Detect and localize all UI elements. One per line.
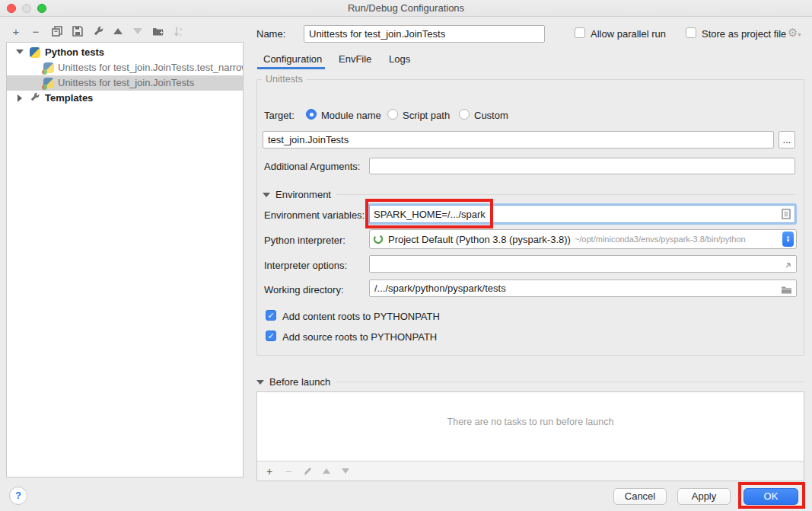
configurations-tree: Python tests Unittests for test_join.Joi… bbox=[6, 42, 244, 477]
unittests-group-title: Unittests bbox=[262, 74, 307, 85]
add-source-roots-label: Add source roots to PYTHONPATH bbox=[282, 331, 437, 343]
copy-configuration-icon[interactable] bbox=[50, 24, 64, 38]
radio-module-name-label: Module name bbox=[321, 110, 381, 121]
before-launch-toolbar: + − bbox=[257, 461, 804, 481]
tree-item-label: Unittests for test_join.JoinTests bbox=[58, 77, 194, 88]
name-input[interactable]: Unittests for test_join.JoinTests bbox=[304, 25, 545, 43]
interpreter-options-input[interactable] bbox=[369, 255, 797, 273]
python-interpreter-path: ~/opt/miniconda3/envs/pyspark-3.8/bin/py… bbox=[575, 235, 746, 244]
apply-label: Apply bbox=[692, 490, 717, 502]
tab-configuration[interactable]: Configuration bbox=[263, 53, 322, 65]
additional-arguments-label: Additional Arguments: bbox=[264, 161, 360, 172]
allow-parallel-run-checkbox[interactable] bbox=[575, 27, 585, 38]
minimize-window-button bbox=[22, 4, 31, 13]
edit-pencil-icon bbox=[301, 465, 314, 477]
new-folder-icon[interactable] bbox=[151, 24, 164, 38]
tree-item-test-narrow[interactable]: Unittests for test_join.JoinTests.test_n… bbox=[7, 60, 243, 75]
environment-variables-input[interactable]: SPARK_HOME=/.../spark bbox=[368, 203, 797, 225]
cancel-button[interactable]: Cancel bbox=[613, 488, 667, 505]
tree-item-label: Templates bbox=[45, 92, 93, 104]
section-divider bbox=[336, 382, 804, 382]
help-button[interactable]: ? bbox=[9, 487, 27, 505]
run-debug-configurations-dialog: Run/Debug Configurations + − az Python t… bbox=[0, 0, 812, 511]
tree-item-jointests-selected[interactable]: Unittests for test_join.JoinTests bbox=[7, 75, 243, 91]
sort-alpha-icon: az bbox=[172, 24, 186, 38]
working-directory-value: /.../spark/python/pyspark/tests bbox=[374, 283, 506, 294]
environment-section-header[interactable]: Environment bbox=[263, 189, 795, 200]
tree-item-python-tests[interactable]: Python tests bbox=[7, 45, 243, 60]
window-title: Run/Debug Configurations bbox=[0, 0, 812, 17]
name-value: Unittests for test_join.JoinTests bbox=[309, 28, 445, 40]
before-launch-empty-message: There are no tasks to run before launch bbox=[257, 417, 804, 427]
radio-custom-label: Custom bbox=[474, 110, 508, 121]
move-up-icon bbox=[320, 465, 333, 477]
save-configuration-icon[interactable] bbox=[71, 24, 84, 38]
active-tab-underline bbox=[257, 67, 325, 69]
tab-envfile[interactable]: EnvFile bbox=[339, 53, 371, 65]
cancel-label: Cancel bbox=[625, 490, 655, 502]
add-content-roots-checkbox[interactable]: ✓ bbox=[266, 310, 276, 321]
chevron-collapsed-icon[interactable] bbox=[18, 94, 22, 102]
ok-button[interactable]: OK bbox=[744, 488, 798, 505]
python-interpreter-label: Python interpreter: bbox=[264, 235, 345, 246]
folder-icon[interactable] bbox=[781, 283, 792, 297]
conda-env-icon bbox=[373, 234, 384, 244]
add-content-roots-label: Add content roots to PYTHONPATH bbox=[282, 311, 440, 322]
remove-task-icon: − bbox=[282, 465, 295, 477]
svg-text:a: a bbox=[180, 26, 183, 30]
remove-configuration-icon[interactable]: − bbox=[29, 24, 43, 38]
python-unittest-icon bbox=[43, 78, 54, 88]
chevron-expanded-icon[interactable] bbox=[256, 380, 264, 385]
move-down-icon bbox=[339, 465, 352, 477]
name-label: Name: bbox=[256, 28, 285, 40]
add-configuration-icon[interactable]: + bbox=[9, 24, 23, 38]
section-divider bbox=[336, 194, 795, 195]
radio-script-path-label: Script path bbox=[403, 110, 450, 121]
close-window-button[interactable] bbox=[7, 4, 16, 13]
additional-arguments-input[interactable] bbox=[369, 158, 795, 174]
python-interpreter-select[interactable]: Project Default (Python 3.8 (pyspark-3.8… bbox=[369, 229, 797, 249]
environment-section-label: Environment bbox=[275, 189, 331, 200]
interpreter-options-label: Interpreter options: bbox=[264, 260, 347, 271]
python-unittest-icon bbox=[43, 62, 54, 73]
python-tests-icon bbox=[30, 47, 40, 58]
expand-field-icon[interactable] bbox=[783, 259, 792, 273]
before-launch-task-list: There are no tasks to run before launch … bbox=[256, 391, 804, 481]
store-as-project-file-label: Store as project file bbox=[702, 28, 786, 40]
title-bar: Run/Debug Configurations bbox=[0, 0, 812, 17]
tree-item-label: Python tests bbox=[45, 46, 104, 58]
ok-label: OK bbox=[764, 490, 779, 502]
edit-templates-wrench-icon[interactable] bbox=[91, 24, 105, 38]
apply-button[interactable]: Apply bbox=[677, 488, 731, 505]
browse-env-vars-icon[interactable] bbox=[782, 209, 791, 222]
radio-script-path[interactable] bbox=[387, 109, 398, 120]
chevron-expanded-icon[interactable] bbox=[263, 193, 270, 197]
radio-module-name[interactable] bbox=[306, 109, 317, 120]
tree-item-templates[interactable]: Templates bbox=[7, 91, 243, 106]
module-name-input[interactable]: test_join.JoinTests bbox=[263, 131, 774, 149]
working-directory-label: Working directory: bbox=[264, 284, 344, 295]
before-launch-label: Before launch bbox=[269, 376, 330, 388]
store-as-project-file-checkbox[interactable] bbox=[686, 27, 696, 38]
environment-variables-value: SPARK_HOME=/.../spark bbox=[369, 209, 486, 220]
browse-module-button[interactable]: ... bbox=[779, 131, 795, 149]
move-down-icon bbox=[131, 24, 145, 38]
working-directory-input[interactable]: /.../spark/python/pyspark/tests bbox=[369, 279, 797, 297]
templates-wrench-icon bbox=[30, 92, 40, 105]
chevron-expanded-icon[interactable] bbox=[16, 50, 24, 54]
svg-text:z: z bbox=[180, 32, 182, 37]
python-interpreter-value: Project Default (Python 3.8 (pyspark-3.8… bbox=[388, 234, 571, 245]
move-up-icon[interactable] bbox=[111, 24, 125, 38]
before-launch-section-header[interactable]: Before launch bbox=[256, 376, 804, 388]
zoom-window-button[interactable] bbox=[37, 4, 46, 13]
gear-icon[interactable]: ⚙▾ bbox=[788, 26, 801, 40]
radio-custom[interactable] bbox=[459, 109, 470, 120]
tree-item-label: Unittests for test_join.JoinTests.test_n… bbox=[58, 62, 244, 73]
browse-module-label: ... bbox=[783, 134, 791, 145]
tab-logs[interactable]: Logs bbox=[389, 53, 410, 65]
add-source-roots-checkbox[interactable]: ✓ bbox=[266, 331, 276, 341]
environment-variables-label: Environment variables: bbox=[264, 209, 365, 221]
target-label: Target: bbox=[264, 110, 295, 121]
add-task-icon[interactable]: + bbox=[263, 465, 275, 477]
dropdown-spinner-icon[interactable]: ▲▼ bbox=[782, 232, 794, 247]
